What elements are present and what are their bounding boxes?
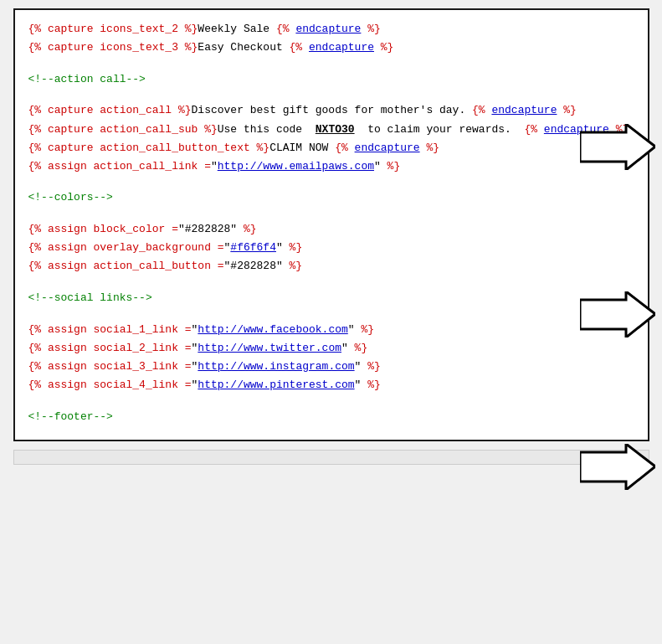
code-part-keyword: %} (557, 104, 576, 116)
code-part-keyword: {% assign overlay_background = (28, 241, 224, 254)
code-part-link: endcapture (295, 23, 361, 35)
code-part-keyword: {% capture action_call %} (28, 104, 192, 116)
comment-line: <!--footer--> (28, 408, 634, 426)
blank-line (28, 176, 634, 189)
code-line: {% capture icons_text_2 %}Weekly Sale {%… (28, 20, 634, 39)
blank-line (28, 57, 634, 70)
code-part-keyword: %} (283, 241, 302, 254)
code-part-text-black: " (348, 323, 355, 336)
code-part-link: http://www.emailpaws.com (218, 160, 374, 173)
code-part-keyword: {% assign action_call_link = (28, 160, 211, 173)
code-part-link: endcapture (491, 104, 557, 116)
code-line: {% capture action_call_button_text %}CLA… (28, 139, 634, 157)
code-part-text-black: "#282828" (178, 223, 237, 235)
code-part-keyword: {% (269, 23, 295, 35)
code-line: {% assign social_4_link ="http://www.pin… (28, 376, 634, 394)
code-part-text-black: " (211, 160, 218, 173)
svg-marker-0 (580, 124, 655, 170)
code-part-keyword: %} (374, 41, 393, 54)
code-part-keyword: %} (361, 360, 380, 373)
blank-line (28, 394, 634, 408)
code-part-keyword: %} (361, 23, 380, 35)
arrow-2-icon (580, 291, 655, 341)
code-part-keyword: %} (348, 342, 367, 354)
code-part-keyword: {% (283, 41, 309, 54)
code-part-keyword: %} (283, 260, 302, 272)
code-part-keyword: {% assign social_3_link = (28, 360, 192, 373)
code-part-text-black: "#282828" (224, 260, 283, 272)
code-line: {% capture icons_text_3 %}Easy Checkout … (28, 39, 634, 57)
code-line: {% assign overlay_background ="#f6f6f4" … (28, 239, 634, 257)
blank-line (28, 89, 634, 102)
code-part-link: http://www.pinterest.com (198, 379, 354, 391)
code-line: {% assign action_call_button ="#282828" … (28, 257, 634, 276)
code-part-keyword: {% assign action_call_button = (28, 260, 224, 272)
code-part-keyword: {% (465, 104, 491, 116)
comment-line: <!--action call--> (28, 70, 634, 89)
code-part-keyword: %} (420, 142, 439, 154)
blank-line (28, 208, 634, 221)
code-part-keyword: {% assign block_color = (28, 223, 178, 235)
code-line: {% assign action_call_link ="http://www.… (28, 157, 634, 176)
comment-line: <!--colors--> (28, 188, 634, 207)
code-line: {% capture action_call %}Discover best g… (28, 101, 634, 120)
code-part-text-black: Use this code NXTO30 to claim your rewar… (218, 123, 511, 136)
code-part-keyword: {% assign social_1_link = (28, 323, 192, 336)
code-part-link: endcapture (355, 142, 420, 154)
code-part-text-black: Discover best gift goods for mother's da… (192, 104, 466, 116)
page-container: {% capture icons_text_2 %}Weekly Sale {%… (0, 0, 662, 644)
code-part-text-black: " (276, 241, 283, 254)
code-line: {% assign social_2_link ="http://www.twi… (28, 339, 634, 358)
blank-line (28, 276, 634, 289)
blank-line (28, 307, 634, 321)
code-line: {% assign block_color ="#282828" %} (28, 220, 634, 239)
code-part-link: #f6f6f4 (230, 241, 276, 254)
code-part-keyword: {% (328, 142, 354, 154)
code-part-text-black: " (341, 342, 348, 354)
arrow-1-icon (580, 124, 655, 173)
code-part-text-black: CLAIM NOW (269, 142, 328, 154)
svg-marker-1 (580, 291, 655, 337)
code-part-keyword: %} (381, 160, 400, 173)
comment-line: <!--social links--> (28, 289, 634, 307)
code-part-link: http://www.facebook.com (198, 323, 347, 336)
code-part-keyword: {% capture icons_text_2 %} (28, 23, 198, 35)
code-part-keyword: {% capture action_call_sub %} (28, 123, 218, 136)
outer-wrapper: {% capture icons_text_2 %}Weekly Sale {%… (0, 0, 662, 450)
bottom-strip (13, 450, 649, 465)
code-box: {% capture icons_text_2 %}Weekly Sale {%… (13, 8, 649, 441)
code-part-keyword: {% (511, 123, 544, 136)
code-line: {% assign social_3_link ="http://www.ins… (28, 358, 634, 376)
code-line: {% capture action_call_sub %}Use this co… (28, 121, 634, 139)
code-part-keyword: {% assign social_4_link = (28, 379, 192, 391)
code-part-link: endcapture (309, 41, 374, 54)
code-part-text-black: Easy Checkout (198, 41, 282, 54)
code-part-keyword: %} (237, 223, 256, 235)
svg-marker-2 (580, 444, 655, 490)
code-part-keyword: %} (355, 323, 374, 336)
code-line: {% assign social_1_link ="http://www.fac… (28, 321, 634, 339)
code-part-link: http://www.twitter.com (198, 342, 341, 354)
code-part-keyword: {% capture action_call_button_text %} (28, 142, 270, 154)
arrow-3-icon (580, 444, 655, 493)
code-part-keyword: {% capture icons_text_3 %} (28, 41, 198, 54)
code-part-text-black: " (374, 160, 381, 173)
code-part-link: http://www.instagram.com (198, 360, 354, 373)
code-part-text-black: Weekly Sale (198, 23, 269, 35)
code-part-keyword: {% assign social_2_link = (28, 342, 192, 354)
code-part-keyword: %} (361, 379, 380, 391)
